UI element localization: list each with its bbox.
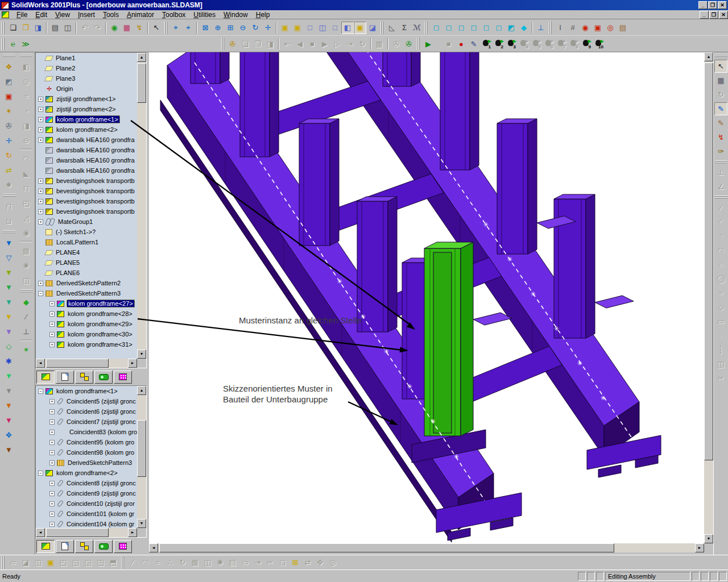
viewport-hscrollbar[interactable]: ◄ ►	[149, 543, 704, 552]
camera-view-2-icon[interactable]: ▶2	[493, 38, 505, 50]
construction-geometry-icon[interactable]: ∕	[19, 310, 33, 323]
scrollbar-thumb[interactable]	[704, 63, 713, 460]
delete-face-icon[interactable]: ⊠	[289, 556, 301, 569]
expand-icon[interactable]: +	[49, 399, 55, 404]
expand-icon[interactable]: +	[38, 219, 43, 225]
tree-item[interactable]: +MateGroup1	[36, 217, 137, 227]
menu-view[interactable]: View	[51, 10, 74, 19]
menu-tools[interactable]: Tools	[99, 10, 123, 19]
filter-vertices-icon[interactable]: ▼	[2, 265, 16, 279]
camera-view-9-icon[interactable]: ▶9	[580, 38, 593, 50]
mass-properties-icon[interactable]: ℳ	[411, 22, 423, 34]
expand-icon[interactable]: +	[49, 311, 55, 317]
expand-icon[interactable]: +	[49, 342, 55, 347]
panel-tab-properties[interactable]	[56, 540, 74, 553]
scroll-down-button[interactable]: ▼	[137, 350, 146, 359]
panel-tab-components[interactable]	[36, 371, 55, 384]
tree-item[interactable]: +Coincident9 (zijstijl gronc	[36, 488, 137, 498]
tree-item[interactable]: PLANE5	[36, 257, 137, 268]
tree-item[interactable]: Plane3	[36, 73, 137, 84]
toolbar-grab-handle[interactable]	[2, 556, 5, 569]
expand-icon[interactable]: +	[49, 491, 55, 496]
camera-view-3-icon[interactable]: ▶3	[505, 38, 518, 50]
panel-tab-pattern[interactable]	[114, 540, 132, 553]
filter-dimensions-icon[interactable]: ▼	[2, 398, 16, 412]
edit-sketch-plane-icon[interactable]: ✑	[714, 145, 727, 158]
expand-icon[interactable]: +	[49, 440, 55, 445]
expand-icon[interactable]: +	[49, 409, 55, 414]
modify-sketch-icon[interactable]: ↯	[714, 131, 727, 144]
tree-item[interactable]: +Coincident6 (zijstijl gronc	[36, 406, 137, 417]
tree-item[interactable]: ✛Origin	[36, 84, 137, 94]
toolbar-grab-handle[interactable]	[425, 22, 428, 34]
tree-item[interactable]: +Coincident5 (zijstijl gronc	[36, 396, 137, 406]
tree-item[interactable]: +Coincident95 (kolom gro	[36, 437, 137, 447]
tree-item[interactable]: +DerivedSketchPattern2	[36, 278, 137, 288]
select-icon[interactable]: ↖	[714, 60, 727, 73]
filter-planes-icon[interactable]: ◇	[2, 339, 16, 353]
change-suppression-icon[interactable]: ⇄	[2, 163, 16, 177]
tree-item[interactable]: +bevestigingshoek transportb	[36, 206, 137, 217]
filter-reference-points-icon[interactable]: ✥	[2, 428, 16, 442]
tree-item[interactable]: +bevestigingshoek transportb	[36, 176, 137, 186]
section-view-icon[interactable]: ◪	[366, 22, 379, 34]
menu-window[interactable]: Window	[220, 10, 252, 19]
scrollbar-thumb[interactable]	[46, 528, 109, 537]
collapse-icon[interactable]: −	[38, 471, 43, 476]
scroll-down-button[interactable]: ▼	[137, 519, 146, 528]
edit-color-icon[interactable]: ▦	[121, 22, 133, 34]
camera-view-10-icon[interactable]: ▶10	[593, 38, 605, 50]
toolbar-grab-handle[interactable]	[715, 160, 727, 164]
smart-fastener-icon[interactable]: ◉	[579, 22, 592, 34]
edit-schedule-icon[interactable]: ✎	[468, 38, 480, 50]
3d-sketch-icon[interactable]: ✎	[714, 117, 727, 130]
toolbar-grab-handle[interactable]	[3, 230, 15, 234]
toolbar-grab-handle[interactable]	[2, 38, 5, 50]
panel-tab-animator[interactable]	[94, 540, 113, 553]
expand-icon[interactable]: +	[38, 281, 43, 286]
record-animation-icon[interactable]: ✇	[226, 38, 239, 50]
expand-icon[interactable]: +	[49, 301, 55, 306]
menu-toolbox[interactable]: Toolbox	[158, 10, 189, 19]
scroll-right-button[interactable]: ►	[128, 528, 137, 537]
tree-item[interactable]: +Coincident83 (kolom gro	[36, 427, 137, 437]
mate-icon[interactable]: ✇	[2, 119, 16, 132]
zoom-in-out-icon[interactable]: ⊕	[212, 22, 224, 34]
rotate-view-icon[interactable]: ↻	[249, 22, 262, 34]
print-icon[interactable]: ▤	[49, 22, 61, 34]
view-left-icon[interactable]: ◻	[455, 22, 468, 34]
view-back-icon[interactable]: ◻	[442, 22, 455, 34]
toolbar-grab-handle[interactable]	[3, 194, 15, 197]
base-flange-icon[interactable]: ▣	[44, 556, 57, 569]
tree-item[interactable]: +DerivedSketchPattern3	[36, 458, 137, 468]
pan-icon[interactable]: ✛	[262, 22, 274, 34]
tree-item[interactable]: dwarsbalk HEA160 grondfra	[36, 155, 137, 165]
expand-icon[interactable]: +	[38, 199, 43, 204]
scrollbar-thumb[interactable]	[46, 359, 109, 368]
expand-icon[interactable]: +	[38, 117, 43, 122]
toolbar-grab-handle[interactable]	[221, 38, 225, 50]
filter-clear-all-icon[interactable]: ▽	[2, 251, 16, 264]
feature-wizard-icon[interactable]: ✶	[19, 343, 33, 356]
o-ring-icon[interactable]: ◎	[604, 22, 617, 34]
edit-part-icon[interactable]: ▣	[2, 89, 16, 103]
panel-tab-configurations[interactable]	[75, 540, 93, 553]
play-schedule-icon[interactable]: ▶	[422, 38, 435, 50]
view-front-icon[interactable]: ◻	[430, 22, 442, 34]
tree-item[interactable]: dwarsbalk HEA160 grondfra	[36, 145, 137, 155]
tree-item[interactable]: +bevestigingshoek transportb	[36, 196, 137, 206]
toolbar-grab-handle[interactable]	[715, 196, 727, 199]
toolbar-grab-handle[interactable]	[121, 556, 125, 569]
expand-icon[interactable]: +	[38, 107, 43, 112]
save-icon[interactable]: ◨	[32, 22, 44, 34]
tree-item[interactable]: +Coincident104 (kolom gr	[36, 519, 137, 528]
expand-icon[interactable]: +	[38, 127, 43, 132]
curvature-icon[interactable]: ↯	[133, 22, 146, 34]
view-right-icon[interactable]: ◻	[468, 22, 480, 34]
menu-insert[interactable]: Insert	[74, 10, 99, 19]
filter-axes-icon[interactable]: ▼	[2, 325, 16, 338]
toolbar-grab-handle[interactable]	[20, 54, 32, 57]
pem-insert-icon[interactable]: ▣	[592, 22, 604, 34]
tree-item[interactable]: Plane2	[36, 63, 137, 73]
new-document-icon[interactable]: ❏	[7, 22, 19, 34]
